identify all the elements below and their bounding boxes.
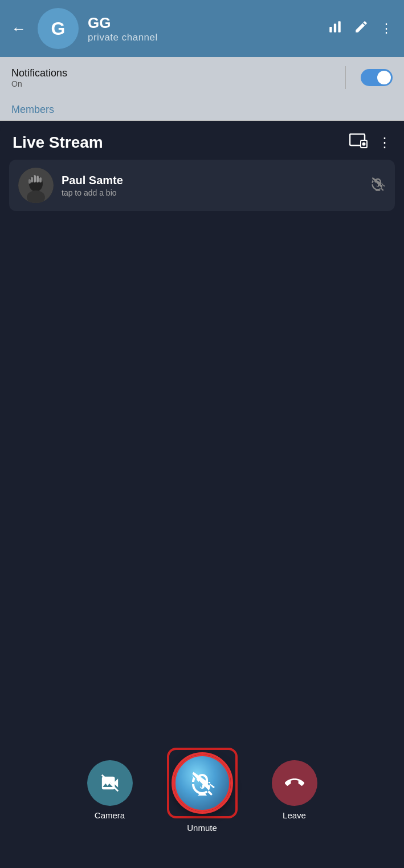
participant-name: Paul Samte	[62, 174, 362, 187]
channel-type: private channel	[88, 32, 319, 43]
svg-rect-1	[334, 24, 336, 33]
svg-rect-0	[329, 27, 332, 33]
more-options-live-icon[interactable]: ⋮	[378, 135, 391, 151]
live-stream-header: Live Stream ⋮	[0, 121, 404, 160]
svg-rect-12	[39, 177, 42, 182]
participant-avatar	[18, 168, 54, 203]
live-stream-title: Live Stream	[13, 133, 349, 152]
channel-info: GG private channel	[88, 14, 319, 43]
notifications-toggle[interactable]	[361, 69, 393, 86]
participant-card[interactable]: Paul Samte tap to add a bio	[9, 160, 395, 211]
notifications-status: On	[11, 79, 330, 88]
camera-button[interactable]	[87, 760, 133, 806]
leave-button[interactable]	[272, 760, 317, 806]
channel-avatar: G	[38, 8, 79, 49]
unmute-button[interactable]	[174, 755, 231, 812]
controls-row: Camera Unmute	[87, 748, 317, 833]
svg-rect-2	[338, 21, 340, 33]
notifications-divider	[345, 66, 346, 89]
leave-control: Leave	[272, 760, 317, 820]
unmute-button-wrapper	[167, 748, 238, 818]
members-row: Members	[0, 98, 404, 121]
channel-name: GG	[88, 14, 319, 32]
header-icons: ⋮	[328, 19, 393, 38]
top-header: ← G GG private channel ⋮	[0, 0, 404, 57]
bottom-controls: Camera Unmute	[0, 748, 404, 866]
edit-icon[interactable]	[354, 19, 369, 38]
participant-bio: tap to add a bio	[62, 188, 362, 197]
camera-label: Camera	[95, 810, 125, 820]
svg-point-5	[362, 143, 366, 146]
poll-icon[interactable]	[328, 19, 342, 38]
svg-rect-11	[36, 176, 39, 182]
more-options-icon[interactable]: ⋮	[380, 21, 393, 36]
participant-info: Paul Samte tap to add a bio	[62, 174, 362, 197]
live-stream-panel: Live Stream ⋮	[0, 121, 404, 866]
notifications-text: Notifications On	[11, 67, 330, 88]
live-stream-header-icons: ⋮	[349, 133, 391, 152]
unmute-control: Unmute	[167, 748, 238, 833]
participant-mic-off-icon	[370, 176, 386, 196]
svg-rect-13	[28, 179, 31, 184]
leave-label: Leave	[283, 810, 306, 820]
notifications-row: Notifications On	[0, 57, 404, 98]
members-label[interactable]: Members	[11, 104, 54, 115]
back-button[interactable]: ←	[11, 20, 26, 38]
notifications-label: Notifications	[11, 67, 330, 79]
svg-rect-9	[31, 177, 33, 182]
svg-rect-10	[34, 175, 36, 182]
unmute-label: Unmute	[187, 823, 217, 833]
camera-control: Camera	[87, 760, 133, 820]
screen-share-icon[interactable]	[349, 133, 368, 152]
